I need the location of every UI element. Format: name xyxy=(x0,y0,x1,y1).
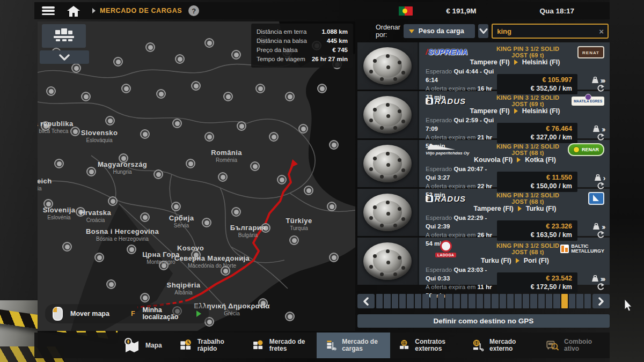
cargo-offer-card[interactable]: LADOGA KING PIN 3 1/2 SOLID JOST (68 t) … xyxy=(357,238,610,285)
page-segment[interactable] xyxy=(438,294,444,308)
help-icon[interactable]: ? xyxy=(188,5,199,16)
city-dot[interactable] xyxy=(94,253,104,262)
city-dot[interactable] xyxy=(255,84,265,93)
page-segment[interactable] xyxy=(553,294,560,308)
page-segment[interactable] xyxy=(515,294,521,308)
nav-item-contratos-externos[interactable]: Contratos externos xyxy=(390,333,463,358)
nav-item-mercado-de-cargas[interactable]: Mercado de cargas xyxy=(317,333,390,358)
city-dot[interactable] xyxy=(298,124,308,134)
page-segment[interactable] xyxy=(407,294,413,308)
city-dot[interactable] xyxy=(171,202,181,211)
page-segment[interactable] xyxy=(569,294,575,308)
my-location-button[interactable]: Minha localização xyxy=(143,307,189,321)
home-icon[interactable] xyxy=(67,5,80,16)
city-dot[interactable] xyxy=(329,140,339,150)
city-dot[interactable] xyxy=(285,92,295,101)
city-dot[interactable] xyxy=(191,81,201,91)
city-dot[interactable] xyxy=(204,132,214,142)
city-dot[interactable] xyxy=(140,293,150,302)
city-dot[interactable] xyxy=(121,84,131,93)
city-dot[interactable] xyxy=(327,202,336,211)
sort-expand-button[interactable] xyxy=(478,24,488,38)
set-gps-destination-button[interactable]: Definir como destino no GPS xyxy=(357,314,610,328)
page-segment[interactable] xyxy=(453,294,460,308)
city-dot[interactable] xyxy=(159,261,169,270)
nav-item-mercado-de-fretes[interactable]: Mercado de fretes xyxy=(244,333,317,358)
cargo-offer-card[interactable]: RADUS KING PIN 3 1/2 SOLID JOST (69 t) M… xyxy=(357,91,610,138)
city-dot[interactable] xyxy=(62,242,72,252)
page-segment[interactable] xyxy=(477,294,483,308)
page-segment[interactable] xyxy=(538,294,545,308)
city-dot[interactable] xyxy=(269,132,279,142)
city-dot[interactable] xyxy=(41,121,50,131)
page-segment[interactable] xyxy=(500,294,506,308)
map-panel[interactable]: á republikablica TchecaSlovenskoEslováqu… xyxy=(38,21,355,331)
page-segment-active[interactable] xyxy=(561,294,568,308)
city-dot[interactable] xyxy=(153,169,163,179)
sort-dropdown[interactable]: Peso da carga xyxy=(404,24,475,38)
map-collapse-button[interactable] xyxy=(40,50,89,64)
city-dot[interactable] xyxy=(140,129,150,139)
city-dot[interactable] xyxy=(172,119,182,128)
city-dot[interactable] xyxy=(81,92,91,101)
city-dot[interactable] xyxy=(329,253,339,262)
page-segment[interactable] xyxy=(376,294,383,308)
nav-item-mapa[interactable]: Mapa xyxy=(115,333,171,358)
city-dot[interactable] xyxy=(285,312,295,321)
city-dot[interactable] xyxy=(54,159,64,168)
city-dot[interactable] xyxy=(221,266,230,276)
city-dot[interactable] xyxy=(191,250,201,260)
page-next-button[interactable] xyxy=(592,294,610,308)
page-segment[interactable] xyxy=(399,294,406,308)
city-dot[interactable] xyxy=(140,212,150,222)
page-segment[interactable] xyxy=(392,294,398,308)
city-dot[interactable] xyxy=(70,127,80,136)
nav-item-mercado-externo[interactable]: Mercado externo xyxy=(463,333,536,358)
city-dot[interactable] xyxy=(231,207,241,217)
city-dot[interactable] xyxy=(119,153,128,163)
menu-icon[interactable] xyxy=(42,6,55,15)
city-dot[interactable] xyxy=(108,196,118,206)
city-dot[interactable] xyxy=(237,121,246,131)
city-dot[interactable] xyxy=(156,89,166,99)
city-dot[interactable] xyxy=(43,199,53,209)
cargo-offer-card[interactable]: SUPREMA KING PIN 3 1/2 SOLID JOST (69 t)… xyxy=(357,42,610,90)
page-segment[interactable] xyxy=(530,294,537,308)
page-segment[interactable] xyxy=(584,294,591,308)
city-dot[interactable] xyxy=(76,207,85,217)
cargo-offer-card[interactable]: RADUS KING PIN 3 1/2 SOLID JOST (68 t) T… xyxy=(357,189,610,236)
city-dot[interactable] xyxy=(223,92,233,101)
city-dot[interactable] xyxy=(186,159,195,168)
nav-item-trabalho-rapido[interactable]: Trabalho rápido xyxy=(171,333,244,358)
page-segment[interactable] xyxy=(445,294,452,308)
city-dot[interactable] xyxy=(202,218,211,227)
city-dot[interactable] xyxy=(71,63,81,73)
city-dot[interactable] xyxy=(258,298,268,308)
city-dot[interactable] xyxy=(231,50,241,60)
city-dot[interactable] xyxy=(46,86,56,96)
page-segment[interactable] xyxy=(546,294,552,308)
page-segment[interactable] xyxy=(492,294,498,308)
page-segment[interactable] xyxy=(484,294,491,308)
city-dot[interactable] xyxy=(86,167,96,176)
page-prev-button[interactable] xyxy=(357,294,375,308)
cargo-offer-card[interactable]: Viljo paperitehdas Oy KING PIN 3 1/2 SOL… xyxy=(357,140,610,187)
city-dot[interactable] xyxy=(113,57,123,67)
page-track[interactable] xyxy=(376,294,591,308)
city-dot[interactable] xyxy=(304,186,313,195)
city-dot[interactable] xyxy=(145,42,155,52)
city-dot[interactable] xyxy=(289,235,299,245)
search-input[interactable] xyxy=(493,27,595,35)
page-segment[interactable] xyxy=(576,294,583,308)
page-segment[interactable] xyxy=(422,294,429,308)
city-dot[interactable] xyxy=(277,175,287,184)
city-dot[interactable] xyxy=(250,161,260,171)
city-dot[interactable] xyxy=(204,38,214,48)
city-dot[interactable] xyxy=(105,116,115,125)
city-dot[interactable] xyxy=(218,172,228,182)
page-segment[interactable] xyxy=(461,294,467,308)
city-dot[interactable] xyxy=(317,84,327,93)
trailer-type-button[interactable] xyxy=(42,24,86,48)
page-segment[interactable] xyxy=(430,294,437,308)
city-dot[interactable] xyxy=(261,223,270,233)
